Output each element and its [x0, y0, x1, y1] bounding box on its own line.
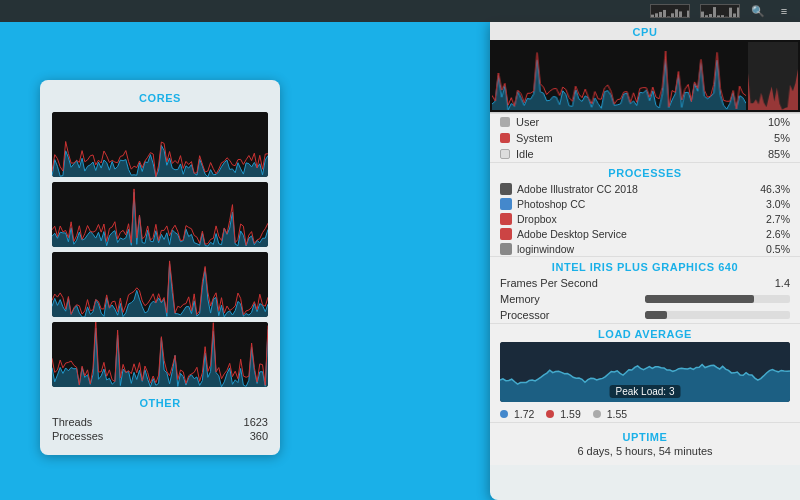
- user-value: 10%: [768, 116, 790, 128]
- menu-icon[interactable]: ≡: [776, 5, 792, 17]
- uptime-section: UPTIME 6 days, 5 hours, 54 minutes: [490, 422, 800, 465]
- load-1-dot: [500, 410, 508, 418]
- process-icon-3: [500, 228, 512, 240]
- process-row-1: Photoshop CC 3.0%: [490, 196, 800, 211]
- process-name-4: loginwindow: [517, 243, 766, 255]
- process-row-2: Dropbox 2.7%: [490, 211, 800, 226]
- process-icon-0: [500, 183, 512, 195]
- idle-stat-row: Idle 85%: [490, 146, 800, 162]
- uptime-title: UPTIME: [500, 427, 790, 445]
- processor-bar-row: Processor: [490, 307, 800, 323]
- idle-label: Idle: [516, 148, 768, 160]
- menubar-cpu-graph2: [700, 4, 740, 18]
- process-row-4: loginwindow 0.5%: [490, 241, 800, 256]
- process-name-1: Photoshop CC: [517, 198, 766, 210]
- idle-dot: [500, 149, 510, 159]
- menubar-cpu-graph: [650, 4, 690, 18]
- process-pct-3: 2.6%: [766, 228, 790, 240]
- gpu-title: INTEL IRIS PLUS GRAPHICS 640: [490, 257, 800, 275]
- processes-row: Processes 360: [52, 429, 268, 443]
- user-dot: [500, 117, 510, 127]
- cpu-section: CPU: [490, 22, 800, 113]
- threads-label: Threads: [52, 416, 92, 428]
- load-5-indicator: 1.59: [546, 408, 580, 420]
- load-5-value: 1.59: [560, 408, 580, 420]
- load-values: 1.72 1.59 1.55: [490, 406, 800, 422]
- processor-bar-container: [645, 311, 790, 319]
- process-icon-2: [500, 213, 512, 225]
- load-title: LOAD AVERAGE: [490, 324, 800, 342]
- process-icon-4: [500, 243, 512, 255]
- fps-row: Frames Per Second 1.4: [490, 275, 800, 291]
- threads-value: 1623: [244, 416, 268, 428]
- idle-value: 85%: [768, 148, 790, 160]
- memory-bar-fill: [645, 295, 754, 303]
- system-stat-row: System 5%: [490, 130, 800, 146]
- processor-bar-fill: [645, 311, 667, 319]
- left-panel: CORES OTHER Threads 1623 Processes 360: [40, 80, 280, 455]
- core-graph-4: [52, 322, 268, 387]
- processes-section: PROCESSES Adobe Illustrator CC 2018 46.3…: [490, 162, 800, 256]
- process-icon-1: [500, 198, 512, 210]
- threads-row: Threads 1623: [52, 415, 268, 429]
- fps-label: Frames Per Second: [500, 277, 775, 289]
- peak-label: Peak Load: 3: [610, 385, 681, 398]
- right-panel: CPU User 10% System 5% Idle 85% PROCESSE…: [490, 22, 800, 500]
- process-name-3: Adobe Desktop Service: [517, 228, 766, 240]
- fps-value: 1.4: [775, 277, 790, 289]
- core-graph-1: [52, 112, 268, 177]
- cores-title: CORES: [52, 92, 268, 104]
- load-graph-area: Peak Load: 3: [500, 342, 790, 402]
- load-15-dot: [593, 410, 601, 418]
- load-1-value: 1.72: [514, 408, 534, 420]
- user-label: User: [516, 116, 768, 128]
- processes-value: 360: [250, 430, 268, 442]
- memory-label: Memory: [500, 293, 645, 305]
- menubar: 🔍 ≡: [0, 0, 800, 22]
- load-1-indicator: 1.72: [500, 408, 534, 420]
- process-row-3: Adobe Desktop Service 2.6%: [490, 226, 800, 241]
- cpu-title: CPU: [490, 22, 800, 40]
- process-pct-1: 3.0%: [766, 198, 790, 210]
- other-title: OTHER: [52, 397, 268, 409]
- processes-title: PROCESSES: [490, 163, 800, 181]
- process-pct-4: 0.5%: [766, 243, 790, 255]
- cpu-small-graph: [748, 42, 798, 110]
- gpu-section: INTEL IRIS PLUS GRAPHICS 640 Frames Per …: [490, 256, 800, 323]
- system-dot: [500, 133, 510, 143]
- process-pct-0: 46.3%: [760, 183, 790, 195]
- processes-label: Processes: [52, 430, 103, 442]
- process-row-0: Adobe Illustrator CC 2018 46.3%: [490, 181, 800, 196]
- load-5-dot: [546, 410, 554, 418]
- load-section: LOAD AVERAGE Peak Load: 3 1.72 1.59 1.55: [490, 323, 800, 422]
- memory-bar-container: [645, 295, 790, 303]
- processor-label: Processor: [500, 309, 645, 321]
- core-graph-3: [52, 252, 268, 317]
- load-15-value: 1.55: [607, 408, 627, 420]
- core-graph-2: [52, 182, 268, 247]
- load-15-indicator: 1.55: [593, 408, 627, 420]
- cpu-main-graph: [492, 42, 746, 110]
- memory-bar-row: Memory: [490, 291, 800, 307]
- cpu-graph-area: [490, 40, 800, 112]
- search-icon[interactable]: 🔍: [750, 5, 766, 17]
- user-stat-row: User 10%: [490, 114, 800, 130]
- system-label: System: [516, 132, 774, 144]
- process-name-2: Dropbox: [517, 213, 766, 225]
- cpu-stats: User 10% System 5% Idle 85%: [490, 113, 800, 162]
- process-name-0: Adobe Illustrator CC 2018: [517, 183, 760, 195]
- process-pct-2: 2.7%: [766, 213, 790, 225]
- system-value: 5%: [774, 132, 790, 144]
- uptime-value: 6 days, 5 hours, 54 minutes: [500, 445, 790, 461]
